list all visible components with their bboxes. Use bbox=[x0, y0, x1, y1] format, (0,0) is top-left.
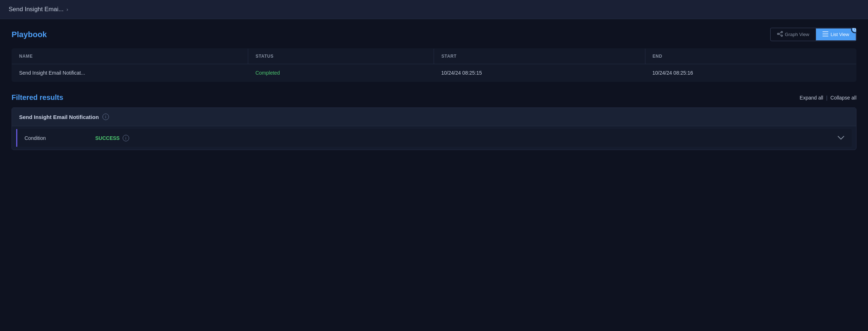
col-header-name: NAME bbox=[12, 49, 248, 64]
row-end: 10/24/24 08:25:16 bbox=[645, 64, 856, 82]
info-icon-symbol: i bbox=[105, 115, 106, 119]
breadcrumb-text: Send Insight Emai... bbox=[9, 6, 63, 13]
svg-point-2 bbox=[781, 35, 782, 36]
result-card-title: Send Insight Email Notification bbox=[19, 114, 99, 120]
svg-point-0 bbox=[777, 33, 779, 35]
list-view-button[interactable]: List View bbox=[816, 28, 856, 40]
filtered-results-header: Filtered results Expand all | Collapse a… bbox=[12, 93, 856, 102]
breadcrumb-bar: Send Insight Emai... › bbox=[0, 0, 868, 19]
collapse-all-button[interactable]: Collapse all bbox=[830, 95, 856, 101]
playbook-section-header: Playbook Graph View bbox=[12, 28, 856, 41]
svg-line-4 bbox=[779, 34, 781, 36]
result-card-header: Send Insight Email Notification i bbox=[12, 108, 856, 126]
graph-view-label: Graph View bbox=[785, 32, 810, 37]
controls-divider: | bbox=[826, 95, 828, 101]
condition-status-badge: SUCCESS bbox=[95, 135, 120, 141]
svg-line-10 bbox=[855, 29, 856, 30]
expand-all-button[interactable]: Expand all bbox=[800, 95, 823, 101]
row-name: Send Insight Email Notificat... bbox=[12, 64, 248, 82]
condition-chevron-down-icon[interactable] bbox=[837, 134, 845, 142]
list-view-icon bbox=[823, 31, 828, 37]
expand-collapse-controls: Expand all | Collapse all bbox=[800, 95, 856, 101]
svg-point-1 bbox=[781, 31, 782, 33]
list-view-label: List View bbox=[830, 32, 849, 37]
col-header-end: END bbox=[645, 49, 856, 64]
status-badge: Completed bbox=[255, 70, 280, 76]
table-row: Send Insight Email Notificat... Complete… bbox=[12, 64, 856, 82]
view-toggle-group: Graph View List View bbox=[770, 28, 856, 41]
filtered-results-section: Filtered results Expand all | Collapse a… bbox=[12, 93, 856, 150]
condition-row: Condition SUCCESS i bbox=[16, 129, 852, 147]
condition-label: Condition bbox=[25, 135, 89, 141]
breadcrumb-chevron-icon: › bbox=[66, 6, 68, 12]
col-header-start: START bbox=[434, 49, 645, 64]
row-start: 10/24/24 08:25:15 bbox=[434, 64, 645, 82]
condition-info-icon[interactable]: i bbox=[123, 135, 129, 141]
condition-info-symbol: i bbox=[125, 136, 126, 140]
col-header-status: STATUS bbox=[248, 49, 434, 64]
result-card: Send Insight Email Notification i Condit… bbox=[12, 107, 856, 150]
result-info-icon[interactable]: i bbox=[102, 114, 109, 120]
playbook-table: NAME STATUS START END Send Insight Email… bbox=[12, 48, 856, 82]
graph-view-button[interactable]: Graph View bbox=[771, 28, 816, 41]
filtered-results-title: Filtered results bbox=[12, 93, 63, 102]
svg-line-3 bbox=[779, 32, 781, 34]
graph-view-icon bbox=[777, 31, 783, 38]
playbook-title: Playbook bbox=[12, 30, 47, 39]
main-content: Playbook Graph View bbox=[0, 19, 868, 159]
row-status: Completed bbox=[248, 64, 434, 82]
